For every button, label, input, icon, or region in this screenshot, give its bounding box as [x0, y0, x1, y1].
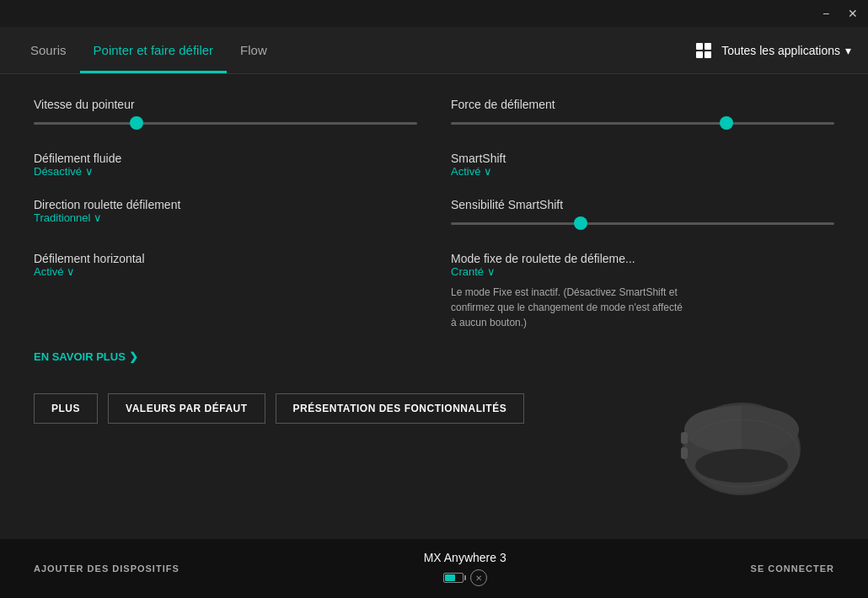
- smartshift-sensitivity-section: Sensibilité SmartShift: [451, 198, 834, 232]
- minimize-button[interactable]: −: [817, 7, 834, 20]
- pointer-speed-slider[interactable]: [34, 115, 417, 131]
- pointer-speed-label: Vitesse du pointeur: [34, 98, 417, 111]
- connection-icon: ✕: [470, 569, 487, 586]
- grid-icon[interactable]: [696, 43, 711, 58]
- learn-more-link[interactable]: EN SAVOIR PLUS ❯: [34, 350, 834, 363]
- fixed-mode-section: Mode fixe de roulette de défileme... Cra…: [451, 252, 834, 330]
- smartshift-sensitivity-track: [451, 222, 834, 225]
- scroll-force-track: [451, 122, 834, 125]
- scroll-force-thumb[interactable]: [720, 116, 733, 130]
- scroll-direction-label: Direction roulette défilement: [34, 198, 417, 211]
- add-devices-button[interactable]: AJOUTER DES DISPOSITIFS: [34, 563, 179, 574]
- content-area: Vitesse du pointeur Force de défilement: [0, 74, 868, 598]
- footer: AJOUTER DES DISPOSITIFS MX Anywhere 3 ✕ …: [0, 539, 868, 598]
- features-button[interactable]: PRÉSENTATION DES FONCTIONNALITÉS: [276, 393, 525, 424]
- svg-point-8: [695, 449, 788, 483]
- fixed-mode-label: Mode fixe de roulette de défileme...: [451, 252, 834, 265]
- close-button[interactable]: ✕: [844, 7, 861, 20]
- device-icons: ✕: [443, 569, 487, 586]
- horizontal-scroll-label: Défilement horizontal: [34, 252, 417, 265]
- device-name: MX Anywhere 3: [424, 551, 506, 564]
- nav-right: Toutes les applications ▾: [696, 43, 851, 58]
- smartshift-section: SmartShift Activé ∨: [451, 152, 834, 178]
- defaults-button[interactable]: VALEURS PAR DÉFAUT: [108, 393, 265, 424]
- mouse-svg: [657, 386, 826, 504]
- row-3: Direction roulette défilement Traditionn…: [34, 198, 834, 232]
- plus-button[interactable]: PLUS: [34, 393, 98, 424]
- pointer-speed-thumb[interactable]: [130, 116, 143, 130]
- tab-pointer[interactable]: Pointer et faire défiler: [80, 27, 228, 73]
- fixed-mode-info: Le mode Fixe est inactif. (Désactivez Sm…: [451, 285, 687, 330]
- smartshift-sensitivity-label: Sensibilité SmartShift: [451, 198, 834, 211]
- fixed-mode-value[interactable]: Cranté ∨: [451, 265, 834, 278]
- battery-fill: [445, 574, 455, 581]
- connect-button[interactable]: SE CONNECTER: [751, 563, 834, 574]
- pointer-speed-section: Vitesse du pointeur: [34, 98, 417, 131]
- fluid-scroll-label: Défilement fluide: [34, 152, 417, 165]
- mouse-image: [649, 377, 834, 512]
- scroll-force-section: Force de défilement: [451, 98, 834, 131]
- row-4: Défilement horizontal Activé ∨ Mode fixe…: [34, 252, 834, 330]
- nav-tabs: Souris Pointer et faire défiler Flow Tou…: [0, 27, 868, 74]
- app-wrapper: − ✕ Souris Pointer et faire défiler Flow…: [0, 0, 868, 598]
- tab-flow[interactable]: Flow: [227, 27, 281, 73]
- row-2: Défilement fluide Désactivé ∨ SmartShift…: [34, 152, 834, 178]
- svg-rect-6: [681, 432, 688, 444]
- pointer-speed-track: [34, 122, 417, 125]
- row-1: Vitesse du pointeur Force de défilement: [34, 98, 834, 131]
- scroll-force-label: Force de défilement: [451, 98, 834, 111]
- smartshift-sensitivity-slider[interactable]: [451, 215, 834, 232]
- smartshift-value[interactable]: Activé ∨: [451, 165, 834, 178]
- horizontal-scroll-value[interactable]: Activé ∨: [34, 265, 417, 278]
- scroll-direction-section: Direction roulette défilement Traditionn…: [34, 198, 417, 232]
- tab-souris[interactable]: Souris: [17, 27, 80, 73]
- smartshift-sensitivity-thumb[interactable]: [574, 216, 587, 230]
- fluid-scroll-value[interactable]: Désactivé ∨: [34, 165, 417, 178]
- title-bar: − ✕: [0, 0, 868, 27]
- scroll-direction-value[interactable]: Traditionnel ∨: [34, 211, 417, 224]
- fluid-scroll-section: Défilement fluide Désactivé ∨: [34, 152, 417, 178]
- smartshift-label: SmartShift: [451, 152, 834, 165]
- horizontal-scroll-section: Défilement horizontal Activé ∨: [34, 252, 417, 330]
- app-selector[interactable]: Toutes les applications ▾: [721, 44, 851, 57]
- scroll-force-slider[interactable]: [451, 115, 834, 131]
- footer-center: MX Anywhere 3 ✕: [179, 551, 751, 586]
- battery-icon: [443, 573, 463, 583]
